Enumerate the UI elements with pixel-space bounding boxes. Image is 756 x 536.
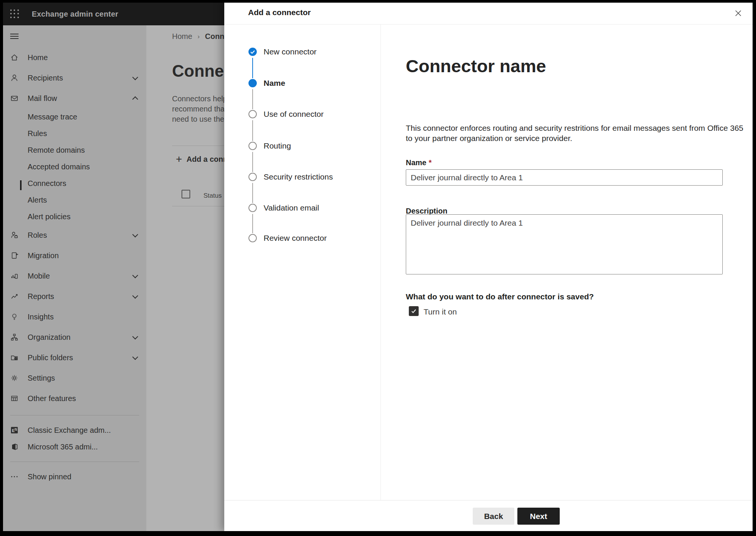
sidebar-item-reports[interactable]: Reports (3, 286, 146, 307)
sidebar-item-remote-domains[interactable]: Remote domains (3, 142, 146, 158)
step-upcoming-icon (248, 110, 257, 118)
next-button[interactable]: Next (517, 508, 560, 525)
person-icon (10, 74, 19, 82)
breadcrumb-separator: › (197, 33, 200, 40)
description-textarea[interactable]: Deliver journal directly to Area 1 (406, 214, 723, 274)
chevron-down-icon (132, 273, 138, 279)
mobile-icon (10, 272, 19, 280)
step-label: Routing (264, 141, 291, 151)
sidebar-item-recipients[interactable]: Recipients (3, 68, 146, 88)
divider (172, 146, 224, 146)
step-label: Name (264, 78, 285, 88)
sidebar-item-label: Migration (28, 251, 59, 260)
chevron-down-icon (132, 354, 138, 360)
name-field-label: Name* (406, 158, 432, 167)
name-input[interactable] (406, 169, 723, 186)
sidebar-item-other-features[interactable]: Other features (3, 388, 146, 409)
ellipsis-icon (10, 472, 19, 481)
sidebar-item-m365-admin[interactable]: Microsoft 365 admi... (3, 438, 146, 455)
sidebar-item-alert-policies[interactable]: Alert policies (3, 208, 146, 225)
add-connector-button[interactable]: + Add a conn (176, 154, 224, 164)
exchange-logo-icon: E (10, 426, 19, 434)
sidebar-item-label: Mobile (28, 272, 50, 280)
sidebar-item-roles[interactable]: Roles (3, 225, 146, 245)
breadcrumb-home[interactable]: Home (172, 32, 192, 41)
step-connector-line (252, 89, 253, 109)
sidebar-item-insights[interactable]: Insights (3, 307, 146, 327)
sidebar-item-label: Organization (28, 333, 70, 342)
status-column-header[interactable]: Status (203, 192, 222, 200)
sidebar-item-message-trace[interactable]: Message trace (3, 108, 146, 125)
divider (380, 25, 381, 500)
chevron-down-icon (132, 74, 138, 81)
app-launcher-icon[interactable] (10, 9, 19, 19)
background-page: Home › Conne Connect Connectors help rec… (146, 25, 224, 531)
step-upcoming-icon (248, 142, 257, 150)
sidebar-item-mail-flow[interactable]: Mail flow (3, 88, 146, 108)
app-title: Exchange admin center (32, 10, 118, 19)
step-connector-line (252, 120, 253, 141)
chevron-up-icon (132, 96, 138, 102)
sidebar-item-label: Insights (28, 313, 54, 321)
hamburger-icon[interactable] (10, 32, 19, 40)
step-label: Validation email (264, 203, 319, 213)
lightbulb-icon (10, 313, 19, 321)
chevron-down-icon (132, 334, 138, 340)
sidebar-item-classic-exchange[interactable]: E Classic Exchange adm... (3, 422, 146, 438)
step-current-icon (248, 79, 257, 87)
office-logo-icon (10, 443, 19, 451)
wizard-page-description: This connector enforces routing and secu… (406, 123, 744, 143)
sidebar-item-mobile[interactable]: Mobile (3, 266, 146, 286)
sidebar-item-migration[interactable]: Migration (3, 245, 146, 266)
gear-icon (10, 374, 19, 382)
step-completed-icon (248, 48, 257, 56)
sidebar-item-label: Settings (28, 374, 55, 383)
sidebar-item-accepted-domains[interactable]: Accepted domains (3, 158, 146, 175)
sidebar-item-show-pinned[interactable]: Show pinned (3, 468, 146, 485)
divider (172, 206, 224, 206)
sidebar-item-public-folders[interactable]: Public folders (3, 347, 146, 368)
sidebar-item-label: Microsoft 365 admi... (28, 443, 98, 451)
sidebar-item-home[interactable]: Home (3, 47, 146, 68)
chevron-down-icon (132, 232, 138, 238)
step-label: New connector (264, 46, 317, 57)
app-window: Exchange admin center Home Recipients Ma… (3, 3, 753, 531)
sidebar-divider (10, 415, 139, 415)
step-upcoming-icon (248, 173, 257, 181)
step-connector-line (252, 58, 253, 78)
roles-icon (10, 231, 19, 239)
step-connector-line (252, 152, 253, 172)
sidebar-item-label: Other features (28, 394, 76, 403)
select-all-checkbox[interactable] (182, 190, 190, 198)
step-connector-line (252, 214, 253, 233)
sidebar-item-label: Reports (28, 292, 54, 301)
step-connector-line (252, 183, 253, 203)
sidebar-item-rules[interactable]: Rules (3, 125, 146, 142)
sidebar-item-label: Classic Exchange adm... (28, 426, 111, 435)
sidebar-item-label: Recipients (28, 74, 63, 82)
migration-icon (10, 251, 19, 260)
add-connector-modal: Add a connector New connector Name Use o… (224, 3, 753, 531)
home-icon (10, 53, 19, 62)
sidebar-item-label: Mail flow (28, 94, 57, 103)
sidebar-item-settings[interactable]: Settings (3, 368, 146, 388)
page-description: Connectors help recommend that need to u… (172, 94, 224, 124)
step-upcoming-icon (248, 204, 257, 212)
svg-text:E: E (12, 428, 15, 433)
back-button[interactable]: Back (473, 508, 514, 525)
after-save-question: What do you want to do after connector i… (406, 292, 594, 301)
divider (224, 500, 753, 500)
breadcrumb-current: Conne (205, 32, 224, 41)
sidebar-item-organization[interactable]: Organization (3, 327, 146, 347)
mail-icon (10, 94, 19, 102)
turn-it-on-checkbox[interactable] (409, 306, 419, 316)
reports-icon (10, 292, 19, 301)
divider (224, 24, 753, 25)
step-label: Review connector (264, 233, 327, 243)
sidebar-item-connectors[interactable]: Connectors (3, 175, 146, 192)
selected-indicator (20, 180, 22, 190)
step-label: Security restrictions (264, 172, 333, 182)
step-label: Use of connector (264, 109, 324, 119)
sidebar-item-alerts[interactable]: Alerts (3, 192, 146, 208)
close-icon[interactable] (734, 9, 743, 18)
